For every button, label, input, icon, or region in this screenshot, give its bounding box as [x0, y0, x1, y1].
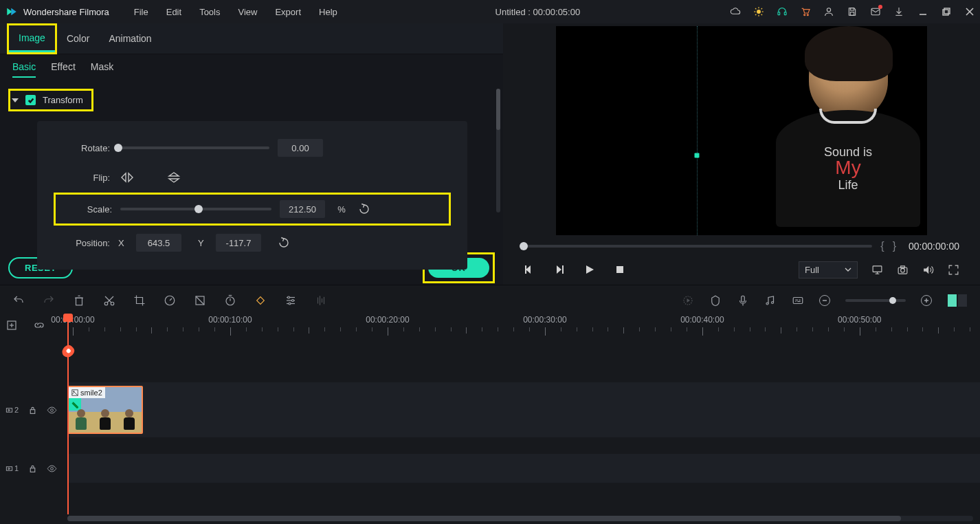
scale-unit: % — [333, 204, 350, 215]
render-icon[interactable] — [682, 294, 694, 307]
ruler-label: 00:00:30:00 — [523, 315, 566, 325]
timeline-clip[interactable]: smile2 — [67, 386, 143, 434]
svg-line-8 — [761, 8, 762, 9]
keyframe-icon[interactable] — [254, 294, 267, 307]
pos-y-input[interactable] — [216, 234, 261, 252]
fullscreen-icon[interactable] — [948, 264, 959, 276]
delete-icon[interactable] — [73, 294, 85, 307]
duration-icon[interactable] — [224, 294, 236, 307]
subtitle-icon[interactable] — [792, 294, 804, 307]
subtab-mask[interactable]: Mask — [91, 61, 113, 78]
highlight-image-tab: Image — [7, 23, 57, 54]
chevron-down-icon — [845, 266, 851, 273]
playhead[interactable] — [67, 315, 69, 514]
undo-icon[interactable] — [12, 294, 25, 307]
menu-view[interactable]: View — [230, 4, 265, 20]
voiceover-icon[interactable] — [737, 294, 749, 307]
color-icon[interactable] — [194, 294, 206, 307]
track-link-icon[interactable] — [33, 319, 45, 331]
position-reset-icon[interactable] — [278, 237, 290, 249]
quality-select[interactable]: Full — [799, 261, 858, 279]
crop-icon[interactable] — [133, 294, 146, 307]
step-back-icon[interactable] — [524, 264, 535, 275]
subtab-effect[interactable]: Effect — [51, 61, 76, 78]
zoom-out-button[interactable] — [819, 295, 830, 306]
window-close-icon[interactable] — [965, 7, 975, 17]
transform-anchor-icon[interactable] — [695, 153, 700, 158]
preview-canvas[interactable]: Sound is My Life — [503, 23, 980, 238]
eye-icon[interactable] — [47, 463, 57, 474]
timeline-view-toggle[interactable] — [947, 294, 968, 307]
window-minimize-icon[interactable] — [918, 7, 928, 17]
quality-value: Full — [805, 265, 819, 275]
flip-horizontal-button[interactable] — [118, 171, 136, 184]
shirt-text-3: Life — [824, 179, 872, 191]
save-icon[interactable] — [847, 6, 858, 17]
tab-color[interactable]: Color — [57, 26, 99, 51]
transform-checkbox[interactable] — [25, 95, 36, 105]
step-forward-icon[interactable] — [554, 264, 565, 275]
transform-section-header[interactable]: Transform — [10, 91, 85, 109]
zoom-in-button[interactable] — [921, 295, 932, 306]
menu-file[interactable]: File — [126, 4, 157, 20]
shirt-text-2: My — [824, 158, 872, 177]
timeline-h-scrollbar[interactable] — [67, 516, 973, 521]
track-add-icon[interactable] — [5, 319, 18, 331]
volume-icon[interactable] — [922, 264, 934, 276]
support-icon[interactable] — [777, 6, 788, 17]
menu-tools[interactable]: Tools — [191, 4, 228, 20]
tab-animation[interactable]: Animation — [99, 26, 161, 51]
cart-icon[interactable] — [800, 6, 811, 17]
svg-point-11 — [804, 14, 805, 16]
pos-x-input[interactable] — [136, 234, 181, 252]
rotate-input[interactable] — [278, 139, 323, 157]
tab-image[interactable]: Image — [9, 25, 55, 52]
menu-edit[interactable]: Edit — [158, 4, 190, 20]
menu-export[interactable]: Export — [267, 4, 309, 20]
lock-icon[interactable] — [28, 406, 37, 415]
redo-icon — [43, 294, 55, 307]
app-logo-icon — [5, 6, 18, 18]
vertical-guide — [697, 26, 698, 235]
window-restore-icon[interactable] — [942, 7, 951, 17]
speed-icon[interactable] — [164, 294, 176, 307]
download-icon[interactable] — [893, 6, 904, 17]
scale-reset-icon[interactable] — [358, 203, 370, 215]
svg-marker-24 — [169, 173, 179, 176]
svg-marker-83 — [8, 409, 10, 411]
play-icon[interactable] — [584, 264, 595, 275]
svg-point-68 — [766, 303, 768, 305]
scrub-slider[interactable] — [524, 245, 872, 248]
ruler-label: 00:00:00:00 — [51, 315, 94, 325]
rotate-slider[interactable] — [118, 146, 269, 149]
adjust-icon[interactable] — [285, 294, 297, 307]
preview-timecode: 00:00:00:00 — [909, 241, 959, 252]
sun-icon[interactable] — [753, 6, 764, 17]
track-1-lane[interactable] — [67, 454, 980, 483]
account-icon[interactable] — [823, 6, 834, 17]
mark-in-icon[interactable]: { — [880, 240, 884, 252]
cut-icon[interactable] — [103, 294, 115, 307]
menu-help[interactable]: Help — [311, 4, 346, 20]
stop-icon[interactable] — [614, 264, 625, 275]
timeline-ruler[interactable]: 00:00:00:0000:00:10:0000:00:20:0000:00:3… — [67, 315, 980, 348]
marker-icon[interactable] — [709, 294, 722, 307]
track-2-lane[interactable]: smile2 — [67, 382, 980, 437]
eye-icon[interactable] — [47, 405, 57, 415]
svg-rect-32 — [873, 265, 882, 272]
svg-point-92 — [51, 467, 54, 470]
flip-vertical-button[interactable] — [165, 171, 183, 184]
lock-icon[interactable] — [28, 464, 37, 473]
audio-mixer-icon[interactable] — [764, 294, 777, 307]
mark-out-icon[interactable]: } — [893, 240, 896, 252]
properties-scrollbar[interactable] — [496, 89, 500, 212]
scale-input[interactable] — [280, 200, 325, 218]
display-icon[interactable] — [871, 264, 883, 276]
snapshot-icon[interactable] — [897, 264, 909, 276]
messages-icon[interactable] — [870, 6, 881, 17]
zoom-slider[interactable] — [845, 299, 906, 302]
cloud-icon[interactable] — [730, 6, 741, 17]
subtab-basic[interactable]: Basic — [12, 61, 36, 78]
scale-slider[interactable] — [120, 208, 271, 210]
svg-point-57 — [288, 296, 290, 298]
